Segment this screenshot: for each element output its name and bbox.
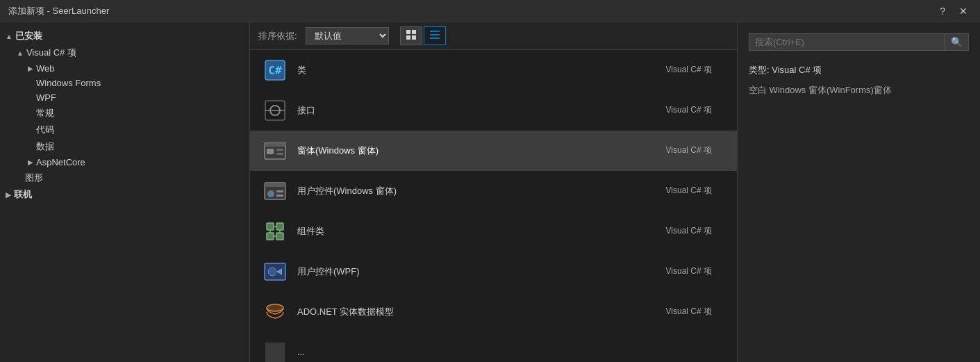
tree-label-web: Web [36, 63, 55, 74]
arrow-online: ▶ [6, 191, 11, 199]
item-category-class: Visual C# 项 [666, 64, 712, 76]
left-panel: ▲已安装▲Visual C# 项▶WebWindows FormsWPF常规代码… [0, 22, 250, 362]
icon-class: C# [261, 56, 289, 84]
item-name-form: 窗体(Windows 窗体) [297, 145, 666, 157]
tree-item-online[interactable]: ▶联机 [0, 186, 249, 203]
item-category-ado: Visual C# 项 [666, 306, 712, 318]
list-item-component[interactable]: 组件类Visual C# 项 [250, 211, 737, 252]
grid-view-button[interactable] [400, 26, 422, 45]
item-name-more: ... [297, 347, 726, 357]
toolbar: 排序依据: 默认值 [250, 22, 737, 50]
icon-component [261, 217, 289, 245]
list-item-interface[interactable]: 接口Visual C# 项 [250, 90, 737, 131]
tree-label-graphics: 图形 [25, 172, 43, 184]
detail-type-label: 类型: [749, 65, 772, 75]
item-name-interface: 接口 [297, 104, 666, 117]
search-input[interactable] [749, 33, 945, 51]
icon-form [261, 137, 289, 165]
tree-item-windowsforms[interactable]: Windows Forms [0, 76, 249, 90]
title-bar: 添加新项 - SeerLauncher ? ✕ [0, 0, 980, 22]
svg-rect-20 [276, 190, 283, 192]
item-name-usercontrol-wpf: 用户控件(WPF) [297, 265, 666, 278]
close-button[interactable]: ✕ [955, 4, 972, 18]
sort-dropdown[interactable]: 默认值 [306, 27, 389, 44]
items-list: C# 类Visual C# 项 接口Visual C# 项 窗体(Windows… [250, 50, 737, 362]
svg-rect-4 [430, 31, 440, 32]
item-category-component: Visual C# 项 [666, 225, 712, 237]
tree-item-code[interactable]: 代码 [0, 122, 249, 138]
detail-description: 空白 Windows 窗体(WinForms)窗体 [749, 83, 969, 98]
icon-usercontrol-wf [261, 177, 289, 205]
svg-rect-3 [412, 35, 416, 40]
svg-rect-16 [276, 153, 283, 155]
list-view-button[interactable] [424, 26, 446, 45]
tree-label-visualcsharp: Visual C# 项 [26, 47, 76, 59]
arrow-installed: ▲ [6, 33, 13, 40]
detail-type-value: Visual C# 项 [772, 65, 822, 75]
tree-label-windowsforms: Windows Forms [36, 78, 101, 88]
item-category-usercontrol-wf: Visual C# 项 [666, 185, 712, 197]
tree-item-wpf[interactable]: WPF [0, 90, 249, 105]
icon-ado [261, 298, 289, 326]
svg-rect-15 [276, 149, 283, 151]
svg-point-31 [268, 268, 276, 276]
tree-item-aspnetcore[interactable]: ▶AspNetCore [0, 155, 249, 170]
list-item-usercontrol-wpf[interactable]: 用户控件(WPF)Visual C# 项 [250, 252, 737, 292]
item-category-interface: Visual C# 项 [666, 104, 712, 116]
help-button[interactable]: ? [936, 4, 949, 18]
tree-item-installed[interactable]: ▲已安装 [0, 28, 249, 44]
icon-usercontrol-wpf [261, 258, 289, 286]
item-name-ado: ADO.NET 实体数据模型 [297, 306, 666, 318]
item-name-class: 类 [297, 64, 666, 76]
title-bar-controls: ? ✕ [936, 4, 972, 18]
svg-point-33 [267, 304, 283, 311]
svg-rect-21 [276, 195, 283, 197]
view-buttons [400, 26, 446, 45]
item-category-usercontrol-wpf: Visual C# 项 [666, 265, 712, 277]
list-item-class[interactable]: C# 类Visual C# 项 [250, 50, 737, 90]
right-panel: 🔍 类型: Visual C# 项 空白 Windows 窗体(WinForms… [737, 22, 980, 362]
svg-rect-25 [276, 233, 283, 240]
item-category-form: Visual C# 项 [666, 145, 712, 156]
list-item-usercontrol-wf[interactable]: 用户控件(Windows 窗体)Visual C# 项 [250, 171, 737, 211]
svg-rect-2 [406, 35, 410, 40]
tree-label-online: 联机 [14, 188, 32, 201]
arrow-visualcsharp: ▲ [17, 49, 24, 57]
tree-item-normal[interactable]: 常规 [0, 105, 249, 122]
tree-label-aspnetcore: AspNetCore [36, 157, 85, 167]
search-area: 🔍 [749, 33, 969, 51]
main-content: ▲已安装▲Visual C# 项▶WebWindows FormsWPF常规代码… [0, 22, 980, 362]
center-panel: 排序依据: 默认值 [250, 22, 737, 362]
arrow-aspnetcore: ▶ [28, 158, 33, 166]
svg-rect-34 [265, 343, 285, 362]
svg-rect-0 [406, 30, 410, 34]
tree-item-visualcsharp[interactable]: ▲Visual C# 项 [0, 44, 249, 61]
tree-label-wpf: WPF [36, 92, 56, 103]
tree-item-web[interactable]: ▶Web [0, 61, 249, 76]
svg-rect-23 [276, 223, 283, 230]
svg-rect-1 [412, 30, 416, 34]
list-item-ado[interactable]: ADO.NET 实体数据模型Visual C# 项 [250, 292, 737, 332]
icon-more [261, 338, 289, 363]
svg-text:C#: C# [268, 64, 282, 77]
item-name-usercontrol-wf: 用户控件(Windows 窗体) [297, 185, 666, 197]
svg-point-19 [267, 190, 274, 197]
icon-interface [261, 97, 289, 124]
arrow-web: ▶ [28, 65, 33, 72]
svg-rect-5 [430, 34, 440, 35]
tree-label-installed: 已安装 [15, 30, 42, 42]
tree-item-data[interactable]: 数据 [0, 138, 249, 155]
search-button[interactable]: 🔍 [945, 33, 969, 51]
svg-rect-13 [265, 142, 285, 147]
svg-rect-6 [430, 38, 440, 39]
tree-item-graphics[interactable]: 图形 [0, 170, 249, 186]
tree-label-data: 数据 [36, 140, 54, 153]
svg-rect-18 [265, 183, 285, 187]
tree-label-normal: 常规 [36, 107, 54, 120]
sort-label: 排序依据: [258, 30, 297, 42]
svg-rect-22 [267, 223, 274, 230]
item-name-component: 组件类 [297, 225, 666, 238]
list-item-form[interactable]: 窗体(Windows 窗体)Visual C# 项 [250, 131, 737, 171]
list-item-more[interactable]: ... [250, 332, 737, 362]
svg-rect-24 [267, 233, 274, 240]
